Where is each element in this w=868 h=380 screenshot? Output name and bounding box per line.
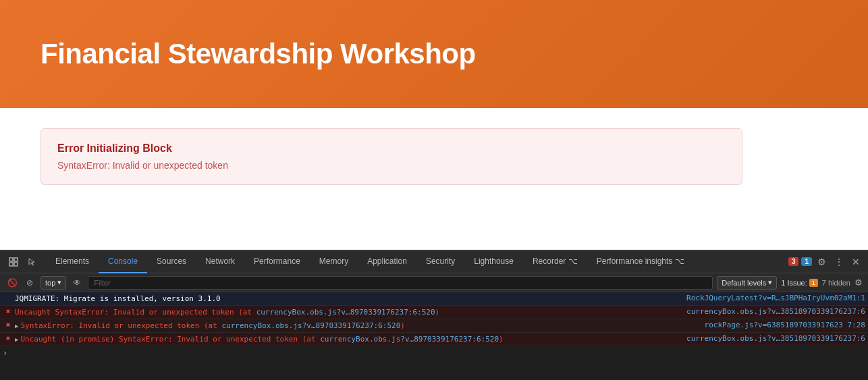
devtools-toolbar-right: 3 1 ⚙ ⋮ ✕ [788, 255, 863, 269]
svg-rect-3 [14, 263, 18, 266]
error-count-badge: 3 [788, 257, 799, 266]
chevron-down-icon: ▾ [57, 278, 61, 287]
prompt-symbol: › [3, 348, 7, 358]
log-text-after: ) [400, 321, 405, 330]
tab-recorder[interactable]: Recorder ⌥ [523, 250, 587, 273]
svg-rect-1 [14, 258, 18, 261]
error-block: Error Initializing Block SyntaxError: In… [40, 128, 742, 185]
issue-flag-badge: 1 [809, 279, 818, 287]
page-content: Error Initializing Block SyntaxError: In… [0, 108, 868, 250]
log-text-after: ) [435, 308, 440, 317]
hidden-count: 7 hidden [822, 279, 850, 287]
log-text: ▶Uncaught (in promise) SyntaxError: Inva… [15, 333, 681, 345]
log-source-link[interactable]: currencyBox.obs.js?v…38518970339176237:6 [686, 306, 865, 316]
log-text-before: SyntaxError: Invalid or unexpected token… [20, 321, 221, 330]
tab-lighthouse[interactable]: Lighthouse [464, 250, 523, 273]
console-settings-icon[interactable]: ⚙ [855, 277, 863, 288]
tab-sources[interactable]: Sources [147, 250, 196, 273]
log-file-link[interactable]: currencyBox.obs.js?v…8970339176237:6:520 [320, 335, 499, 344]
devtools-inspect-icon[interactable] [5, 254, 22, 270]
log-text-before: Uncaught SyntaxError: Invalid or unexpec… [15, 308, 256, 317]
console-log-area: JQMIGRATE: Migrate is installed, version… [0, 292, 868, 380]
log-source-link[interactable]: rockPage.js?v=63851897033917623 7:28 [705, 320, 865, 329]
log-text-before: Uncaught (in promise) SyntaxError: Inval… [20, 335, 320, 344]
tab-memory[interactable]: Memory [310, 250, 358, 273]
tab-network[interactable]: Network [196, 250, 244, 273]
error-icon: ✖ [3, 333, 13, 343]
log-info-icon [3, 293, 13, 294]
tab-performance[interactable]: Performance [244, 250, 310, 273]
log-levels-label: Default levels [722, 279, 766, 287]
log-entry: ✖ ▶SyntaxError: Invalid or unexpected to… [0, 319, 868, 333]
settings-icon[interactable]: ⚙ [815, 255, 829, 269]
log-text: JQMIGRATE: Migrate is installed, version… [15, 293, 681, 304]
log-text-after: ) [499, 335, 504, 344]
more-options-icon[interactable]: ⋮ [832, 255, 846, 269]
log-source-link[interactable]: RockJQueryLatest?v=R…sJBPHaIryUvm02aM1:1 [686, 293, 865, 302]
page-area: Financial Stewardship Workshop Error Ini… [0, 0, 868, 250]
warning-count-badge: 1 [801, 257, 812, 266]
eye-icon[interactable]: 👁 [70, 276, 84, 290]
issue-text: 1 Issue: [781, 279, 807, 287]
console-prompt-line: › [0, 346, 868, 360]
tab-console[interactable]: Console [99, 250, 147, 273]
levels-chevron-icon: ▾ [768, 278, 772, 287]
devtools-tabs: Elements Console Sources Network Perform… [46, 250, 788, 273]
tab-security[interactable]: Security [416, 250, 464, 273]
context-label: top [45, 279, 55, 287]
log-text: ▶SyntaxError: Invalid or unexpected toke… [15, 320, 699, 331]
issue-indicator: 1 Issue: 1 [781, 279, 818, 287]
log-source-link[interactable]: currencyBox.obs.js?v…38518970339176237:6 [686, 333, 865, 343]
error-icon: ✖ [3, 306, 13, 316]
console-toolbar: 🚫 ⊘ top ▾ 👁 Default levels ▾ 1 Issue: 1 … [0, 273, 868, 292]
error-block-title: Error Initializing Block [57, 142, 726, 155]
log-entry: ✖ ▶Uncaught (in promise) SyntaxError: In… [0, 333, 868, 346]
log-file-link[interactable]: currencyBox.obs.js?v…8970339176237:6:520 [221, 321, 400, 330]
expand-triangle-icon[interactable]: ▶ [15, 336, 18, 343]
log-entry: JQMIGRATE: Migrate is installed, version… [0, 292, 868, 306]
devtools-panel: Elements Console Sources Network Perform… [0, 250, 868, 380]
context-dropdown[interactable]: top ▾ [40, 276, 66, 290]
error-block-message: SyntaxError: Invalid or unexpected token [57, 160, 726, 171]
tab-performance-insights[interactable]: Performance insights ⌥ [587, 250, 694, 273]
log-file-link[interactable]: currencyBox.obs.js?v…8970339176237:6:520 [256, 308, 435, 317]
log-text: Uncaught SyntaxError: Invalid or unexpec… [15, 306, 681, 318]
error-icon: ✖ [3, 320, 13, 329]
clear-console-icon[interactable]: 🚫 [5, 276, 19, 290]
log-levels-dropdown[interactable]: Default levels ▾ [717, 276, 777, 290]
tab-elements[interactable]: Elements [46, 250, 99, 273]
devtools-left-icons [5, 254, 40, 270]
svg-rect-2 [9, 263, 13, 266]
svg-rect-0 [9, 258, 13, 261]
devtools-cursor-icon[interactable] [24, 254, 40, 270]
devtools-toolbar: Elements Console Sources Network Perform… [0, 250, 868, 273]
filter-toggle-icon[interactable]: ⊘ [23, 276, 36, 290]
hero-banner: Financial Stewardship Workshop [0, 0, 868, 108]
log-entry: ✖ Uncaught SyntaxError: Invalid or unexp… [0, 306, 868, 319]
expand-triangle-icon[interactable]: ▶ [15, 323, 18, 329]
filter-input[interactable] [88, 276, 713, 290]
page-title: Financial Stewardship Workshop [40, 38, 476, 70]
tab-application[interactable]: Application [358, 250, 416, 273]
close-devtools-icon[interactable]: ✕ [849, 255, 863, 269]
